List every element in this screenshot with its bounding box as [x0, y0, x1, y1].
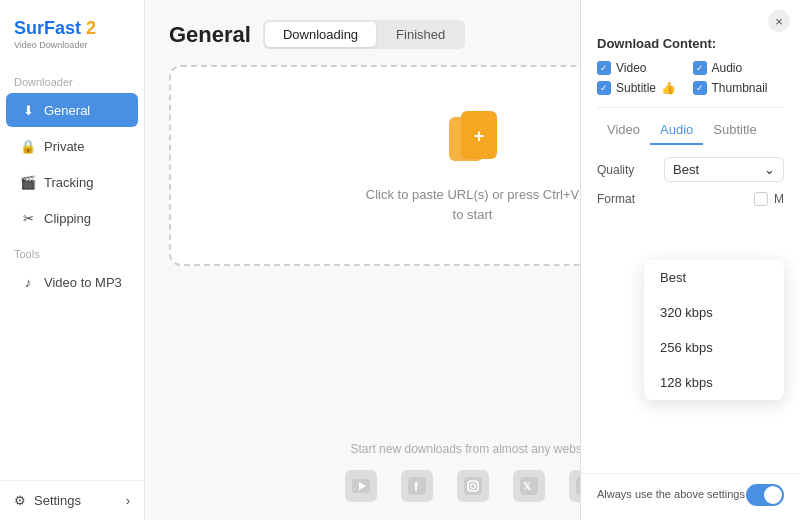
- panel-footer: Always use the above settings: [581, 473, 800, 520]
- drop-hint: Click to paste URL(s) or press Ctrl+V to…: [366, 185, 579, 224]
- logo-version: 2: [86, 18, 96, 38]
- tab-finished[interactable]: Finished: [378, 22, 463, 47]
- always-use-toggle[interactable]: [746, 484, 784, 506]
- instagram-icon: [457, 470, 489, 502]
- download-content-checkboxes: Video Audio Subtitle 👍 Thumbnail: [597, 61, 784, 95]
- checkbox-subtitle[interactable]: Subtitle 👍: [597, 81, 689, 95]
- panel-header: ×: [581, 0, 800, 32]
- sidebar: SurFast 2 Video Downloader Downloader ⬇ …: [0, 0, 145, 520]
- chevron-right-icon: ›: [126, 493, 130, 508]
- checkbox-subtitle-label: Subtitle: [616, 81, 656, 95]
- chevron-down-icon: ⌄: [764, 162, 775, 177]
- download-icon: ⬇: [20, 102, 36, 118]
- facebook-icon: f: [401, 470, 433, 502]
- format-value-area: M: [754, 192, 784, 206]
- format-row: Format M: [597, 192, 784, 206]
- quality-dropdown[interactable]: Best ⌄: [664, 157, 784, 182]
- panel-divider: [597, 107, 784, 108]
- main-content: General Downloading Finished + Click to …: [145, 0, 800, 520]
- downloader-section-label: Downloader: [0, 64, 144, 92]
- twitter-icon: 𝕏: [513, 470, 545, 502]
- checkbox-video-label: Video: [616, 61, 646, 75]
- logo-area: SurFast 2 Video Downloader: [0, 0, 144, 64]
- panel: × Download Content: Video Audio Subtitle…: [580, 0, 800, 520]
- sidebar-item-tracking-label: Tracking: [44, 175, 93, 190]
- sidebar-item-clipping[interactable]: ✂ Clipping: [6, 201, 138, 235]
- tools-section-label: Tools: [0, 236, 144, 264]
- settings-item[interactable]: ⚙ Settings ›: [0, 481, 144, 520]
- gear-icon: ⚙: [14, 493, 26, 508]
- sidebar-item-clipping-label: Clipping: [44, 211, 91, 226]
- close-button[interactable]: ×: [768, 10, 790, 32]
- dropdown-menu: Best 320 kbps 256 kbps 128 kbps: [644, 260, 784, 400]
- svg-rect-7: [464, 477, 482, 495]
- lock-icon: 🔒: [20, 138, 36, 154]
- logo-name: SurFast: [14, 18, 81, 38]
- checkbox-video-box[interactable]: [597, 61, 611, 75]
- svg-text:𝕏: 𝕏: [523, 481, 532, 492]
- tab-group: Downloading Finished: [263, 20, 465, 49]
- settings-label: Settings: [34, 493, 81, 508]
- checkbox-audio[interactable]: Audio: [693, 61, 785, 75]
- checkbox-video[interactable]: Video: [597, 61, 689, 75]
- scissors-icon: ✂: [20, 210, 36, 226]
- logo: SurFast 2: [14, 18, 130, 39]
- logo-subtitle: Video Downloader: [14, 40, 130, 50]
- checkbox-audio-box[interactable]: [693, 61, 707, 75]
- dropdown-item-128[interactable]: 128 kbps: [644, 365, 784, 400]
- content-tabs: Video Audio Subtitle: [597, 116, 784, 145]
- drop-hint-line2: to start: [453, 207, 493, 222]
- checkbox-thumbnail-label: Thumbnail: [712, 81, 768, 95]
- sidebar-bottom: ⚙ Settings ›: [0, 480, 144, 520]
- sidebar-item-general[interactable]: ⬇ General: [6, 93, 138, 127]
- svg-text:+: +: [473, 126, 484, 146]
- music-icon: ♪: [20, 274, 36, 290]
- film-icon: 🎬: [20, 174, 36, 190]
- checkbox-thumbnail[interactable]: Thumbnail: [693, 81, 785, 95]
- quality-value: Best: [673, 162, 699, 177]
- subtitle-emoji: 👍: [661, 81, 676, 95]
- drop-hint-line1: Click to paste URL(s) or press Ctrl+V: [366, 187, 579, 202]
- always-use-label: Always use the above settings: [597, 487, 746, 502]
- svg-point-10: [476, 481, 478, 483]
- content-tab-video[interactable]: Video: [597, 116, 650, 145]
- dropdown-item-256[interactable]: 256 kbps: [644, 330, 784, 365]
- sidebar-item-private-label: Private: [44, 139, 84, 154]
- sidebar-item-general-label: General: [44, 103, 90, 118]
- tab-downloading[interactable]: Downloading: [265, 22, 376, 47]
- format-label: Format: [597, 192, 635, 206]
- dropdown-item-320[interactable]: 320 kbps: [644, 295, 784, 330]
- panel-section-title: Download Content:: [597, 36, 784, 51]
- format-checkbox-label: M: [774, 192, 784, 206]
- sidebar-item-video-to-mp3[interactable]: ♪ Video to MP3: [6, 265, 138, 299]
- dropdown-item-best[interactable]: Best: [644, 260, 784, 295]
- checkbox-thumbnail-box[interactable]: [693, 81, 707, 95]
- quality-label: Quality: [597, 163, 634, 177]
- youtube-icon: [345, 470, 377, 502]
- checkbox-audio-label: Audio: [712, 61, 743, 75]
- content-tab-audio[interactable]: Audio: [650, 116, 703, 145]
- page-title: General: [169, 22, 251, 48]
- quality-row: Quality Best ⌄: [597, 157, 784, 182]
- paste-icon: +: [441, 107, 505, 171]
- sidebar-item-video-to-mp3-label: Video to MP3: [44, 275, 122, 290]
- sidebar-item-tracking[interactable]: 🎬 Tracking: [6, 165, 138, 199]
- sidebar-item-private[interactable]: 🔒 Private: [6, 129, 138, 163]
- checkbox-subtitle-box[interactable]: [597, 81, 611, 95]
- content-tab-subtitle[interactable]: Subtitle: [703, 116, 766, 145]
- format-checkbox[interactable]: [754, 192, 768, 206]
- panel-body: Download Content: Video Audio Subtitle 👍: [581, 32, 800, 216]
